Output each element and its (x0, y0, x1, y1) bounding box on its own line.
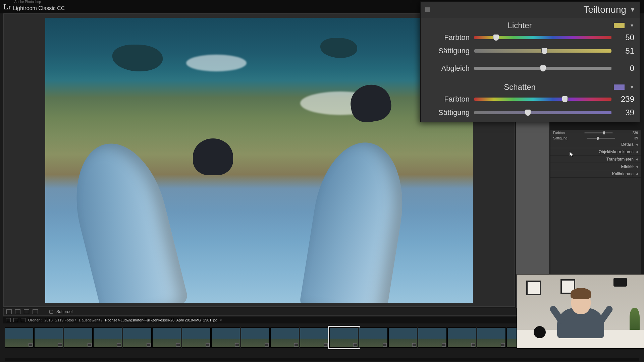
panel-header-details[interactable]: Details◀ (550, 141, 641, 148)
shadows-heading-row: Schatten ▼ (421, 79, 640, 93)
filmstrip-thumbnail[interactable] (241, 327, 270, 348)
filmstrip-info-bar: Ordner : 2018 2119 Fotos / 1 ausgewählt … (3, 317, 517, 323)
filmstrip-thumbnail[interactable] (359, 327, 388, 348)
view-compare-icon[interactable] (15, 309, 20, 314)
panel-header-transform[interactable]: Transformieren◀ (550, 156, 641, 163)
filmstrip-thumbnail[interactable] (388, 327, 417, 348)
filmstrip-thumbnail[interactable] (93, 327, 122, 348)
webcam-overlay (517, 274, 644, 349)
highlights-heading-row: Lichter ▼ (421, 17, 640, 31)
thumb-badge-icon (235, 343, 239, 347)
softproof-label: Softproof (56, 309, 73, 314)
thumb-badge-icon (176, 343, 180, 347)
filmstrip-thumbnail[interactable] (64, 327, 93, 348)
filmstrip-thumbnail[interactable] (329, 327, 358, 348)
app-title: Lightroom Classic CC (13, 6, 65, 11)
filmstrip-thumbnail[interactable] (182, 327, 211, 348)
current-filename: Hochzeit-Ludwigshafen-Full-Benkesser-26.… (105, 318, 217, 322)
thumb-badge-icon (353, 343, 357, 347)
main-preview-image[interactable] (45, 18, 473, 303)
thumb-badge-icon (383, 343, 387, 347)
thumb-badge-icon (265, 343, 269, 347)
panel-header-effects[interactable]: Effekte◀ (550, 163, 641, 170)
small-slider-hue[interactable]: Farbton 239 (550, 130, 641, 135)
shadows-sat-slider[interactable]: Sättigung 39 (421, 106, 640, 122)
filmstrip-thumbnail[interactable] (123, 327, 152, 348)
shadows-heading: Schatten (426, 82, 613, 92)
view-survey-icon[interactable] (24, 309, 29, 314)
app-caption: Adobe Photoshop (14, 0, 65, 4)
small-slider-sat[interactable]: Sättigung 39 (550, 135, 641, 141)
thumb-badge-icon (501, 343, 505, 347)
filmstrip-thumbnail[interactable] (270, 327, 299, 348)
thumb-badge-icon (29, 343, 33, 347)
filmstrip-thumbnail[interactable] (211, 327, 240, 348)
filmstrip-thumbnail[interactable] (300, 327, 329, 348)
thumb-badge-icon (324, 343, 328, 347)
highlights-hue-slider[interactable]: Farbton 50 (421, 31, 640, 44)
filmstrip-thumbnail[interactable] (477, 327, 506, 348)
filmstrip-thumbnail[interactable] (447, 327, 476, 348)
balance-slider[interactable]: Abgleich 0 (421, 62, 640, 75)
panel-header-lens[interactable]: Objektivkorrekturen◀ (550, 148, 641, 156)
folder-label: Ordner : (28, 318, 42, 322)
filmstrip-scrollbar[interactable] (5, 358, 639, 361)
nav-icon[interactable] (21, 318, 25, 322)
filmstrip-thumbnail[interactable] (152, 327, 181, 348)
softproof-checkbox[interactable] (49, 310, 53, 314)
thumb-badge-icon (147, 343, 151, 347)
thumb-badge-icon (471, 343, 475, 347)
view-loupe-icon[interactable] (6, 309, 12, 314)
panel-toggle-icon[interactable] (425, 7, 430, 12)
thumb-badge-icon (117, 343, 121, 347)
split-toning-header[interactable]: Teiltonung ▼ (421, 2, 640, 17)
chevron-down-icon[interactable]: ▼ (630, 84, 634, 90)
filmstrip-thumbnail[interactable] (5, 327, 34, 348)
photo-count: 2119 Fotos / (55, 318, 76, 322)
thumb-badge-icon (206, 343, 210, 347)
highlights-sat-slider[interactable]: Sättigung 51 (421, 44, 640, 58)
filmstrip-thumbnail[interactable] (34, 327, 63, 348)
mouse-cursor-icon (570, 152, 574, 158)
camera-prop (613, 278, 627, 287)
selected-count: 1 ausgewählt / (78, 318, 102, 322)
chevron-down-icon[interactable]: ▼ (630, 6, 636, 13)
thumb-badge-icon (412, 343, 416, 347)
shadows-color-swatch[interactable] (613, 84, 625, 90)
highlights-heading: Lichter (426, 21, 613, 30)
view-grid-icon[interactable] (33, 309, 38, 314)
panel-header-calibration[interactable]: Kalibrierung◀ (550, 170, 641, 178)
thumb-badge-icon (58, 343, 62, 347)
filmstrip-thumbnail[interactable] (418, 327, 447, 348)
highlights-color-swatch[interactable] (613, 22, 625, 28)
app-logo: Lr (3, 2, 11, 11)
thumb-badge-icon (442, 343, 446, 347)
shadows-hue-slider[interactable]: Farbton 239 (421, 93, 640, 106)
thumb-badge-icon (88, 343, 92, 347)
split-toning-panel: Teiltonung ▼ Lichter ▼ Farbton 50 Sättig… (420, 1, 640, 122)
folder-name[interactable]: 2018 (44, 318, 52, 322)
grid-mode-icon[interactable] (13, 318, 18, 322)
chevron-down-icon[interactable]: ▼ (630, 23, 634, 28)
split-toning-title: Teiltonung (584, 4, 627, 15)
second-window-icon[interactable] (6, 318, 11, 322)
thumb-badge-icon (294, 343, 298, 347)
